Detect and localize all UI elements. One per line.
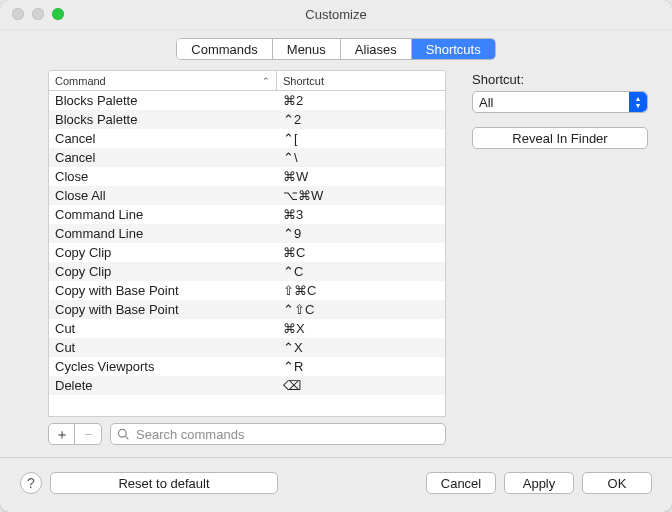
cell-shortcut: ⌘3 (277, 207, 445, 222)
zoom-traffic-light[interactable] (52, 8, 64, 20)
search-field[interactable] (110, 423, 446, 445)
cell-command: Copy Clip (49, 245, 277, 260)
help-button[interactable]: ? (20, 472, 42, 494)
window-title: Customize (0, 7, 672, 22)
shortcut-filter-select[interactable]: All ▲▼ (472, 91, 648, 113)
column-header-shortcut-label: Shortcut (283, 75, 324, 87)
reveal-in-finder-label: Reveal In Finder (512, 131, 607, 146)
cell-command: Copy with Base Point (49, 302, 277, 317)
cell-command: Cancel (49, 131, 277, 146)
shortcut-filter-label: Shortcut: (472, 72, 648, 87)
table-row[interactable]: Close All⌥⌘W (49, 186, 445, 205)
column-header-command-label: Command (55, 75, 106, 87)
cell-shortcut: ⌃⇧C (277, 302, 445, 317)
cell-command: Cycles Viewports (49, 359, 277, 374)
table-row[interactable]: Cut⌃X (49, 338, 445, 357)
cell-shortcut: ⌘C (277, 245, 445, 260)
tab-aliases[interactable]: Aliases (341, 39, 412, 59)
cell-command: Copy Clip (49, 264, 277, 279)
titlebar: Customize (0, 0, 672, 30)
tab-shortcuts[interactable]: Shortcuts (412, 39, 495, 59)
tabs-row: Commands Menus Aliases Shortcuts (0, 30, 672, 70)
cell-shortcut: ⌥⌘W (277, 188, 445, 203)
table-row[interactable]: Copy with Base Point⇧⌘C (49, 281, 445, 300)
column-header-command[interactable]: Command ⌃ (49, 71, 277, 90)
reset-to-default-button[interactable]: Reset to default (50, 472, 278, 494)
column-header-shortcut[interactable]: Shortcut (277, 71, 445, 90)
table-row[interactable]: Cancel⌃\ (49, 148, 445, 167)
apply-label: Apply (523, 476, 556, 491)
cell-command: Close All (49, 188, 277, 203)
table-row[interactable]: Blocks Palette⌘2 (49, 91, 445, 110)
cell-shortcut: ⌃2 (277, 112, 445, 127)
cell-shortcut: ⌃[ (277, 131, 445, 146)
help-icon: ? (27, 475, 35, 491)
table-body: Blocks Palette⌘2Blocks Palette⌃2Cancel⌃[… (49, 91, 445, 416)
add-button[interactable]: ＋ (49, 424, 75, 444)
table-row[interactable]: Delete⌫ (49, 376, 445, 395)
cell-command: Cut (49, 321, 277, 336)
search-icon (117, 428, 130, 441)
table-footer: ＋ − (48, 417, 446, 445)
table-row[interactable]: Cancel⌃[ (49, 129, 445, 148)
minus-icon: − (84, 427, 92, 441)
table-row[interactable]: Command Line⌘3 (49, 205, 445, 224)
content: Command ⌃ Shortcut Blocks Palette⌘2Block… (0, 70, 672, 445)
table-row[interactable]: Copy Clip⌘C (49, 243, 445, 262)
cell-command: Delete (49, 378, 277, 393)
cell-shortcut: ⌘2 (277, 93, 445, 108)
ok-button[interactable]: OK (582, 472, 652, 494)
cell-shortcut: ⌃X (277, 340, 445, 355)
table-row[interactable]: Copy with Base Point⌃⇧C (49, 300, 445, 319)
traffic-lights (12, 8, 64, 20)
cell-command: Cut (49, 340, 277, 355)
minimize-traffic-light[interactable] (32, 8, 44, 20)
ok-label: OK (608, 476, 627, 491)
cell-command: Close (49, 169, 277, 184)
cell-shortcut: ⌘W (277, 169, 445, 184)
cancel-button[interactable]: Cancel (426, 472, 496, 494)
cell-shortcut: ⌃R (277, 359, 445, 374)
footer: ? Reset to default Cancel Apply OK (0, 458, 672, 512)
cell-shortcut: ⇧⌘C (277, 283, 445, 298)
tabs: Commands Menus Aliases Shortcuts (176, 38, 495, 60)
sort-indicator-icon: ⌃ (262, 76, 270, 86)
add-remove-group: ＋ − (48, 423, 102, 445)
tab-commands[interactable]: Commands (177, 39, 272, 59)
shortcut-filter-value: All (479, 95, 493, 110)
cell-shortcut: ⌃9 (277, 226, 445, 241)
cell-command: Blocks Palette (49, 93, 277, 108)
plus-icon: ＋ (55, 427, 69, 441)
table-row[interactable]: Cut⌘X (49, 319, 445, 338)
search-input[interactable] (134, 426, 439, 443)
customize-window: Customize Commands Menus Aliases Shortcu… (0, 0, 672, 512)
cell-command: Copy with Base Point (49, 283, 277, 298)
cell-shortcut: ⌃\ (277, 150, 445, 165)
table-row[interactable]: Copy Clip⌃C (49, 262, 445, 281)
reveal-in-finder-button[interactable]: Reveal In Finder (472, 127, 648, 149)
table-row[interactable]: Command Line⌃9 (49, 224, 445, 243)
table-row[interactable]: Close⌘W (49, 167, 445, 186)
cell-command: Cancel (49, 150, 277, 165)
left-panel: Command ⌃ Shortcut Blocks Palette⌘2Block… (48, 70, 446, 445)
cell-shortcut: ⌫ (277, 378, 445, 393)
reset-label: Reset to default (118, 476, 209, 491)
cell-command: Command Line (49, 207, 277, 222)
tab-menus[interactable]: Menus (273, 39, 341, 59)
remove-button[interactable]: − (75, 424, 101, 444)
cancel-label: Cancel (441, 476, 481, 491)
cell-shortcut: ⌃C (277, 264, 445, 279)
cell-shortcut: ⌘X (277, 321, 445, 336)
shortcut-table: Command ⌃ Shortcut Blocks Palette⌘2Block… (48, 70, 446, 417)
table-row[interactable]: Cycles Viewports⌃R (49, 357, 445, 376)
cell-command: Blocks Palette (49, 112, 277, 127)
cell-command: Command Line (49, 226, 277, 241)
close-traffic-light[interactable] (12, 8, 24, 20)
table-header: Command ⌃ Shortcut (49, 71, 445, 91)
select-stepper-icon: ▲▼ (629, 92, 647, 112)
right-panel: Shortcut: All ▲▼ Reveal In Finder (472, 70, 648, 445)
table-row[interactable]: Blocks Palette⌃2 (49, 110, 445, 129)
apply-button[interactable]: Apply (504, 472, 574, 494)
